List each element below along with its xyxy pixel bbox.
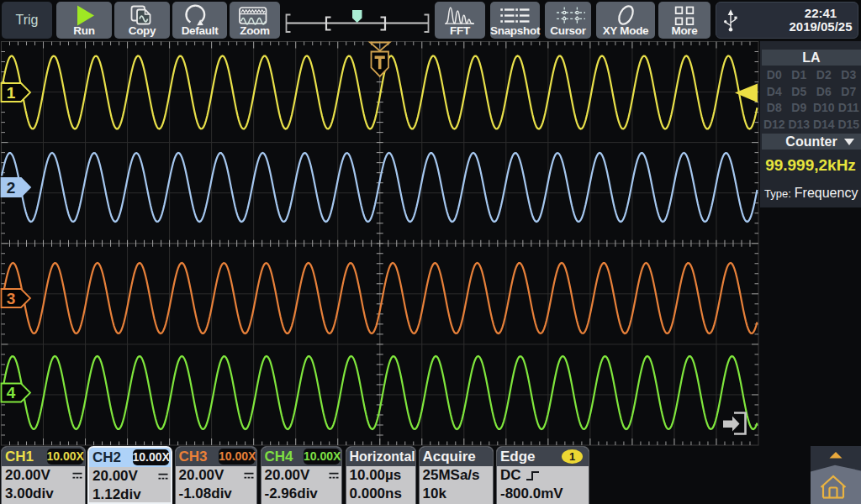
la-channel-label[interactable]: D5 — [787, 84, 812, 101]
svg-text:4: 4 — [7, 384, 16, 402]
svg-text:3: 3 — [7, 290, 16, 307]
run-button[interactable]: Run — [56, 2, 112, 39]
la-channel-label[interactable]: D13 — [787, 117, 812, 134]
more-button[interactable]: More — [658, 2, 710, 39]
up-arrow-icon[interactable] — [829, 452, 842, 459]
dc-coupling-icon — [244, 472, 254, 480]
memory-depth-value: 10k — [423, 486, 446, 502]
trigger-source-badge: 1 — [562, 449, 583, 464]
la-channel-label[interactable]: D0 — [762, 67, 787, 84]
probe-badge: 10.00X — [304, 449, 340, 465]
button-label: More — [658, 24, 710, 37]
channel-name: CH4 — [265, 449, 293, 465]
la-channel-label[interactable]: D11 — [837, 100, 861, 117]
timebase-value: 10.00µs — [350, 467, 402, 484]
channel-name: CH2 — [92, 449, 121, 466]
channel-marker-3[interactable]: 3 — [2, 289, 31, 307]
la-channel-label[interactable]: D4 — [762, 84, 787, 101]
channel-name: CH1 — [5, 449, 34, 465]
trigger-title: Edge — [500, 449, 536, 465]
chevron-down-icon — [844, 139, 854, 145]
clock-time: 22:41 — [787, 7, 854, 20]
la-channel-label[interactable]: D10 — [811, 100, 837, 117]
vertical-scale-value: 20.00V — [265, 467, 310, 484]
la-channel-label[interactable]: D15 — [837, 117, 861, 134]
waveform-display[interactable]: 1234 — [0, 0, 759, 446]
usb-icon — [720, 7, 742, 34]
button-label: Cursor — [545, 24, 591, 37]
counter-type-value: Frequency — [795, 186, 858, 200]
vertical-position-value: -1.08div — [179, 486, 232, 502]
dc-coupling-icon — [329, 472, 339, 480]
la-channel-label[interactable]: D6 — [811, 84, 837, 101]
channel-marker-4[interactable]: 4 — [2, 384, 31, 402]
la-channel-label[interactable]: D7 — [837, 84, 861, 101]
button-label: Zoom — [230, 24, 280, 37]
svg-text:2: 2 — [7, 179, 16, 197]
horizontal-box[interactable]: Horizontal 10.00µs 0.000ns — [346, 446, 416, 504]
la-channel-label[interactable]: D1 — [787, 67, 812, 84]
clock-date: 2019/05/25 — [787, 20, 854, 34]
vertical-position-value: -2.96div — [265, 486, 318, 502]
acquire-title: Acquire — [423, 449, 476, 465]
vertical-scale-value: 20.00V — [5, 467, 50, 484]
la-channel-label[interactable]: D2 — [811, 67, 837, 84]
la-channel-label[interactable]: D9 — [787, 100, 812, 117]
trig-button[interactable]: Trig — [2, 2, 52, 39]
channel-marker-2[interactable]: 2 — [2, 178, 31, 197]
vertical-position-value: 3.00div — [5, 486, 54, 502]
sidebar-panel: LA D0D1D2D3D4D5D6D7D8D9D10D11D12D13D14D1… — [760, 41, 861, 207]
trigger-position-thumb — [352, 10, 362, 23]
channel-box-ch4[interactable]: CH4 10.00X 20.00V -2.96div — [261, 446, 343, 504]
dc-coupling-icon — [158, 473, 168, 480]
channel-box-ch3[interactable]: CH3 10.00X 20.00V -1.08div — [175, 446, 258, 504]
acquire-box[interactable]: Acquire 25MSa/s 10k — [419, 446, 494, 504]
button-label: Run — [56, 24, 112, 37]
probe-badge: 10.00X — [133, 449, 169, 465]
button-label: Default — [172, 24, 227, 37]
channel-box-ch1[interactable]: CH1 10.00X 20.00V 3.00div — [1, 446, 86, 504]
svg-text:1: 1 — [7, 84, 16, 102]
counter-type: Type:Frequency — [764, 186, 858, 201]
la-channel-label[interactable]: D12 — [762, 117, 787, 134]
sample-rate-value: 25MSa/s — [423, 467, 480, 484]
counter-type-label: Type: — [764, 187, 791, 200]
graticule — [2, 42, 759, 446]
fft-button[interactable]: FFT — [435, 2, 485, 39]
channel-markers: 1234 — [2, 83, 31, 402]
cursor-button[interactable]: Cursor — [545, 2, 591, 39]
status-clock-panel[interactable]: 22:41 2019/05/25 — [716, 2, 858, 39]
pan-right-icon[interactable] — [723, 413, 746, 434]
copy-button[interactable]: Copy — [114, 2, 170, 39]
trigger-box[interactable]: Edge 1 DC -800.0mV — [496, 446, 589, 504]
home-panel — [811, 446, 861, 504]
channel-box-ch2[interactable]: CH2 10.00X 20.00V 1.12div — [87, 446, 172, 504]
snapshot-button[interactable]: Snapshot — [490, 2, 540, 39]
default-button[interactable]: Default — [172, 2, 227, 39]
vertical-position-value: 1.12div — [92, 486, 141, 503]
xy-mode-button[interactable]: XY Mode — [596, 2, 655, 39]
counter-value: 99.999,2kHz — [760, 156, 861, 175]
la-channel-label[interactable]: D3 — [837, 67, 861, 84]
trigger-coupling-value: DC — [500, 467, 521, 484]
counter-header[interactable]: Counter — [762, 134, 861, 150]
probe-badge: 10.00X — [47, 449, 83, 465]
horizontal-title: Horizontal — [350, 449, 415, 465]
counter-title: Counter — [785, 134, 837, 149]
horizontal-position-indicator[interactable] — [281, 2, 434, 39]
la-digital-channel-grid[interactable]: D0D1D2D3D4D5D6D7D8D9D10D11D12D13D14D15 — [762, 67, 861, 133]
rising-edge-icon — [526, 470, 542, 482]
la-channel-label[interactable]: D8 — [762, 100, 787, 117]
channel-name: CH3 — [179, 449, 208, 465]
channel-marker-1[interactable]: 1 — [2, 83, 31, 102]
button-label: Snapshot — [490, 24, 540, 37]
button-label: Copy — [114, 24, 170, 37]
button-label: FFT — [435, 24, 485, 37]
trigger-level-value: -800.0mV — [500, 486, 563, 502]
dc-coupling-icon — [72, 472, 82, 480]
zoom-button[interactable]: Zoom — [230, 2, 280, 39]
la-header[interactable]: LA — [762, 50, 861, 66]
probe-badge: 10.00X — [219, 449, 255, 465]
la-channel-label[interactable]: D14 — [811, 117, 837, 134]
button-label: XY Mode — [596, 24, 655, 37]
